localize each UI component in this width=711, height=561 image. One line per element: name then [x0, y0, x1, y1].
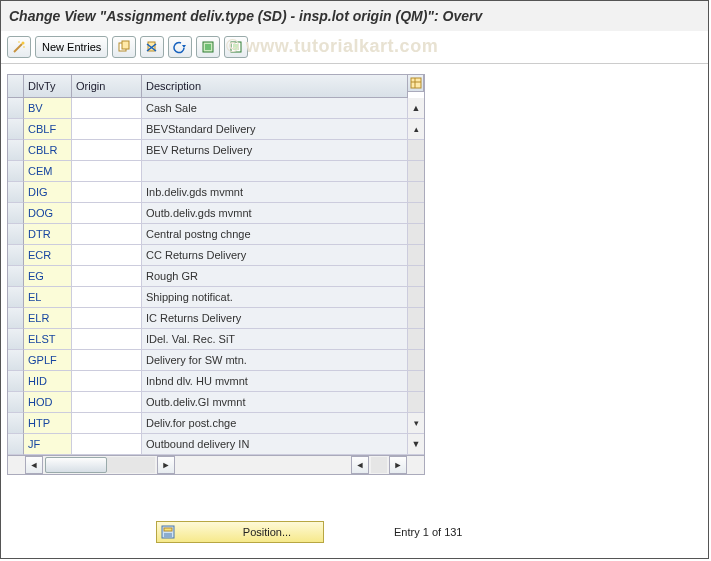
col-header-dlvty[interactable]: DlvTy — [24, 75, 72, 98]
row-marker[interactable] — [8, 287, 24, 308]
cell-dlvty[interactable]: JF — [24, 434, 72, 455]
v-scroll-up-button[interactable]: ▲ — [408, 98, 424, 119]
row-marker[interactable] — [8, 308, 24, 329]
deselect-all-icon — [229, 40, 243, 54]
cell-dlvty[interactable]: HID — [24, 371, 72, 392]
select-all-button[interactable] — [196, 36, 220, 58]
v-scroll-down-step-button[interactable]: ▾ — [408, 413, 424, 434]
cell-dlvty[interactable]: ECR — [24, 245, 72, 266]
v-scroll-track[interactable] — [408, 140, 424, 161]
cell-origin[interactable] — [72, 287, 142, 308]
h-scroll-left-button[interactable]: ◄ — [25, 456, 43, 474]
h-scroll-track-right[interactable] — [371, 457, 387, 473]
v-scroll-track[interactable] — [408, 329, 424, 350]
h-scroll-right-button-2[interactable]: ► — [389, 456, 407, 474]
svg-line-0 — [14, 44, 22, 52]
cell-description: IC Returns Delivery — [142, 308, 408, 329]
cell-origin[interactable] — [72, 224, 142, 245]
h-scroll-right-button[interactable]: ► — [157, 456, 175, 474]
cell-dlvty[interactable]: EL — [24, 287, 72, 308]
v-scroll-up-step-button[interactable]: ▴ — [408, 119, 424, 140]
row-marker[interactable] — [8, 350, 24, 371]
svg-marker-9 — [182, 45, 186, 48]
cell-origin[interactable] — [72, 266, 142, 287]
cell-dlvty[interactable]: DOG — [24, 203, 72, 224]
cell-origin[interactable] — [72, 350, 142, 371]
cell-origin[interactable] — [72, 413, 142, 434]
cell-origin[interactable] — [72, 98, 142, 119]
position-button[interactable]: Position... — [156, 521, 324, 543]
row-marker[interactable] — [8, 434, 24, 455]
svg-rect-18 — [164, 528, 172, 531]
v-scroll-track[interactable] — [408, 161, 424, 182]
cell-dlvty[interactable]: CEM — [24, 161, 72, 182]
h-scroll-left-button-2[interactable]: ◄ — [351, 456, 369, 474]
new-entries-button[interactable]: New Entries — [35, 36, 108, 58]
cell-origin[interactable] — [72, 161, 142, 182]
row-marker[interactable] — [8, 119, 24, 140]
h-scroll-track-left[interactable] — [45, 457, 155, 473]
cell-origin[interactable] — [72, 371, 142, 392]
cell-origin[interactable] — [72, 119, 142, 140]
col-header-desc[interactable]: Description — [142, 75, 408, 98]
v-scroll-track[interactable] — [408, 308, 424, 329]
cell-dlvty[interactable]: DIG — [24, 182, 72, 203]
cell-dlvty[interactable]: HOD — [24, 392, 72, 413]
cell-dlvty[interactable]: ELST — [24, 329, 72, 350]
cell-dlvty[interactable]: GPLF — [24, 350, 72, 371]
v-scroll-track[interactable] — [408, 203, 424, 224]
h-scrollbar[interactable]: ◄ ► ◄ ► — [8, 455, 424, 474]
v-scroll-track[interactable] — [408, 224, 424, 245]
cell-origin[interactable] — [72, 203, 142, 224]
row-marker[interactable] — [8, 329, 24, 350]
row-marker[interactable] — [8, 182, 24, 203]
cell-origin[interactable] — [72, 140, 142, 161]
cell-dlvty[interactable]: CBLF — [24, 119, 72, 140]
table-settings-icon — [410, 77, 422, 89]
svg-rect-11 — [205, 44, 211, 50]
v-scroll-track[interactable] — [408, 392, 424, 413]
cell-dlvty[interactable]: HTP — [24, 413, 72, 434]
cell-dlvty[interactable]: EG — [24, 266, 72, 287]
row-marker[interactable] — [8, 161, 24, 182]
cell-origin[interactable] — [72, 434, 142, 455]
h-scroll-thumb-left[interactable] — [45, 457, 107, 473]
cell-description: Delivery for SW mtn. — [142, 350, 408, 371]
row-marker[interactable] — [8, 98, 24, 119]
position-icon — [161, 525, 175, 539]
v-scroll-track[interactable] — [408, 350, 424, 371]
delete-icon — [145, 40, 159, 54]
row-marker-header[interactable] — [8, 75, 24, 98]
undo-button[interactable] — [168, 36, 192, 58]
cell-origin[interactable] — [72, 308, 142, 329]
v-scroll-track[interactable] — [408, 371, 424, 392]
other-view-button[interactable] — [7, 36, 31, 58]
cell-origin[interactable] — [72, 329, 142, 350]
row-marker[interactable] — [8, 392, 24, 413]
cell-dlvty[interactable]: ELR — [24, 308, 72, 329]
cell-origin[interactable] — [72, 245, 142, 266]
copy-as-button[interactable] — [112, 36, 136, 58]
v-scroll-down-button[interactable]: ▼ — [408, 434, 424, 455]
cell-origin[interactable] — [72, 392, 142, 413]
cell-description: Shipping notificat. — [142, 287, 408, 308]
row-marker[interactable] — [8, 413, 24, 434]
v-scroll-track[interactable] — [408, 182, 424, 203]
row-marker[interactable] — [8, 203, 24, 224]
cell-dlvty[interactable]: BV — [24, 98, 72, 119]
row-marker[interactable] — [8, 140, 24, 161]
deselect-all-button[interactable] — [224, 36, 248, 58]
col-header-origin[interactable]: Origin — [72, 75, 142, 98]
row-marker[interactable] — [8, 245, 24, 266]
table-config-button[interactable] — [408, 75, 424, 92]
row-marker[interactable] — [8, 224, 24, 245]
delete-button[interactable] — [140, 36, 164, 58]
cell-dlvty[interactable]: CBLR — [24, 140, 72, 161]
v-scroll-track[interactable] — [408, 245, 424, 266]
cell-dlvty[interactable]: DTR — [24, 224, 72, 245]
row-marker[interactable] — [8, 266, 24, 287]
v-scroll-track[interactable] — [408, 266, 424, 287]
row-marker[interactable] — [8, 371, 24, 392]
cell-origin[interactable] — [72, 182, 142, 203]
v-scroll-track[interactable] — [408, 287, 424, 308]
